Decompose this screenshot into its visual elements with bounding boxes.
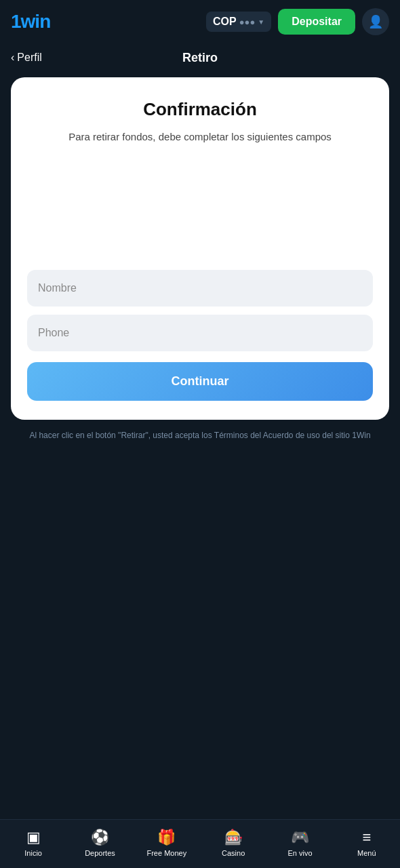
nav-item-free-money[interactable]: 🎁 Free Money [146, 829, 187, 857]
nav-item-casino[interactable]: 🎰 Casino [213, 829, 254, 857]
profile-button[interactable]: 👤 [362, 8, 389, 35]
back-chevron-icon: ‹ [11, 52, 14, 64]
currency-text: COP [213, 16, 237, 28]
breadcrumb: ‹ Perfil Retiro [0, 43, 400, 72]
logo-text: 1win [11, 11, 50, 33]
page-title: Retiro [182, 51, 218, 65]
flex-spacer [0, 633, 400, 819]
nav-item-inicio[interactable]: ▣ Inicio [13, 829, 54, 857]
nav-label-en-vivo: En vivo [287, 849, 312, 857]
currency-selector[interactable]: COP ●●● ▼ [206, 12, 271, 32]
disclaimer-text: Al hacer clic en el botón "Retirar", ust… [16, 429, 384, 441]
header-right: COP ●●● ▼ Depositar 👤 [206, 8, 389, 35]
back-label: Perfil [17, 52, 41, 64]
continue-button[interactable]: Continuar [27, 362, 373, 401]
nav-label-menu: Menú [357, 849, 376, 857]
nombre-input[interactable] [27, 270, 373, 307]
nav-item-en-vivo[interactable]: 🎮 En vivo [279, 829, 320, 857]
header: 1win COP ●●● ▼ Depositar 👤 [0, 0, 400, 43]
free-money-icon: 🎁 [157, 829, 176, 846]
en-vivo-icon: 🎮 [291, 829, 309, 846]
nav-label-deportes: Deportes [85, 849, 115, 857]
phone-input[interactable] [27, 315, 373, 351]
nav-item-deportes[interactable]: ⚽ Deportes [79, 829, 120, 857]
currency-balance: ●●● [239, 17, 256, 27]
nav-item-menu[interactable]: ≡ Menú [346, 829, 387, 857]
card-title: Confirmación [27, 99, 373, 120]
nav-label-inicio: Inicio [24, 849, 42, 857]
nav-label-casino: Casino [222, 849, 245, 857]
deposit-button[interactable]: Depositar [278, 9, 355, 35]
card-spacer [27, 161, 373, 270]
inicio-icon: ▣ [26, 829, 41, 846]
main-content: Confirmación Para retirar fondos, debe c… [0, 72, 400, 633]
bottom-nav: ▣ Inicio ⚽ Deportes 🎁 Free Money 🎰 Casin… [0, 819, 400, 868]
chevron-down-icon: ▼ [258, 18, 264, 26]
menu-icon: ≡ [362, 829, 371, 846]
deportes-icon: ⚽ [91, 829, 109, 846]
nav-label-free-money: Free Money [146, 849, 186, 857]
profile-icon: 👤 [368, 14, 383, 29]
back-button[interactable]: ‹ Perfil [11, 52, 42, 64]
confirmation-card: Confirmación Para retirar fondos, debe c… [11, 77, 389, 420]
logo: 1win [11, 11, 50, 33]
casino-icon: 🎰 [224, 829, 243, 846]
card-subtitle: Para retirar fondos, debe completar los … [27, 130, 373, 145]
